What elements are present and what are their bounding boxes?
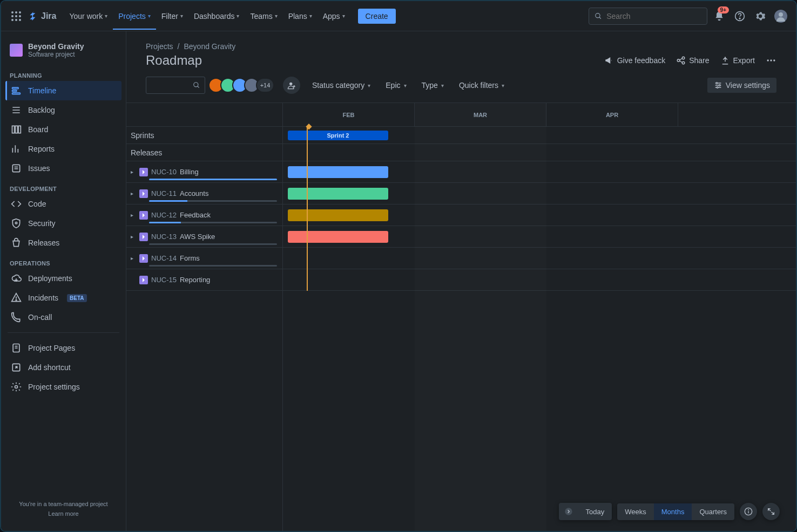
epic-row[interactable]: ▸NUC-11Accounts: [126, 183, 282, 204]
sidebar-item-board[interactable]: Board: [5, 120, 121, 139]
breadcrumb-item[interactable]: Beyond Gravity: [184, 42, 235, 51]
jira-logo[interactable]: Jira: [28, 11, 56, 22]
issues-icon: [11, 163, 22, 174]
profile-avatar[interactable]: [772, 8, 789, 25]
svg-line-39: [680, 61, 683, 63]
epic-bar[interactable]: [288, 209, 388, 221]
svg-rect-17: [12, 93, 21, 94]
months-button[interactable]: Months: [654, 503, 692, 520]
svg-point-9: [596, 13, 600, 17]
assignee-avatars[interactable]: +14: [212, 78, 274, 93]
epic-icon: [139, 276, 148, 284]
sidebar-item-add-shortcut[interactable]: Add shortcut: [5, 358, 121, 377]
export-icon: [720, 56, 730, 65]
expand-icon[interactable]: ▸: [131, 234, 139, 240]
expand-icon[interactable]: ▸: [131, 169, 139, 175]
today-button[interactable]: Today: [578, 503, 612, 520]
quarters-button[interactable]: Quarters: [692, 503, 734, 520]
backlog-icon: [11, 105, 22, 115]
avatar-overflow[interactable]: +14: [256, 78, 274, 93]
svg-point-34: [15, 386, 18, 388]
epic-title: Billing: [180, 168, 199, 176]
epic-bar[interactable]: [288, 188, 388, 200]
add-person-button[interactable]: [283, 77, 300, 94]
svg-point-37: [682, 62, 685, 64]
svg-rect-23: [18, 126, 21, 133]
nav-filter[interactable]: Filter ▾: [156, 9, 188, 24]
epic-key: NUC-13: [151, 233, 177, 241]
epic-icon: [139, 254, 148, 263]
sidebar-item-project-pages[interactable]: Project Pages: [5, 338, 121, 358]
notification-badge: 9+: [718, 6, 729, 13]
export-button[interactable]: Export: [720, 56, 755, 65]
svg-point-50: [719, 85, 720, 86]
timeline-controls: Today Weeks Months Quarters: [559, 503, 780, 520]
app-switcher-icon[interactable]: [8, 8, 25, 25]
view-settings-button[interactable]: View settings: [707, 78, 776, 93]
sidebar-item-project-settings[interactable]: Project settings: [5, 377, 121, 397]
sidebar-item-reports[interactable]: Reports: [5, 139, 121, 159]
sidebar-item-incidents[interactable]: IncidentsBETA: [5, 288, 121, 308]
filter-epic[interactable]: Epic ▾: [380, 78, 411, 93]
more-actions-icon[interactable]: [766, 55, 776, 66]
sidebar-item-backlog[interactable]: Backlog: [5, 100, 121, 120]
filter-type[interactable]: Type ▾: [416, 78, 449, 93]
epic-row[interactable]: ▸NUC-14Forms: [126, 248, 282, 269]
section-label: DEVELOPMENT: [5, 178, 121, 194]
fullscreen-button[interactable]: [762, 503, 780, 520]
share-button[interactable]: Share: [676, 56, 709, 65]
sidebar-item-releases[interactable]: Releases: [5, 233, 121, 253]
nav-teams[interactable]: Teams ▾: [245, 9, 282, 24]
sidebar-item-issues[interactable]: Issues: [5, 159, 121, 178]
filter-status-category[interactable]: Status category ▾: [307, 78, 376, 93]
sidebar-item-on-call[interactable]: On-call: [5, 308, 121, 327]
sidebar-item-deployments[interactable]: Deployments: [5, 269, 121, 288]
svg-point-52: [565, 508, 572, 515]
epic-bar[interactable]: [288, 166, 388, 178]
expand-icon: [767, 507, 775, 516]
nav-apps[interactable]: Apps ▾: [318, 9, 350, 24]
svg-point-27: [15, 222, 17, 224]
create-button[interactable]: Create: [358, 9, 396, 24]
nav-your-work[interactable]: Your work ▾: [64, 9, 113, 24]
epic-bar[interactable]: [288, 231, 388, 243]
sidebar-item-code[interactable]: Code: [5, 194, 121, 214]
notifications-icon[interactable]: 9+: [711, 8, 728, 25]
filter-quick-filters[interactable]: Quick filters ▾: [454, 78, 510, 93]
sprints-row-label: Sprints: [131, 131, 154, 140]
scroll-right-button[interactable]: [559, 503, 578, 520]
global-search[interactable]: [589, 8, 707, 25]
epic-row[interactable]: ▸NUC-10Billing: [126, 161, 282, 183]
code-icon: [11, 199, 22, 209]
give-feedback-button[interactable]: Give feedback: [604, 56, 666, 65]
epic-icon: [139, 233, 148, 241]
nav-dashboards[interactable]: Dashboards ▾: [188, 9, 245, 24]
nav-projects[interactable]: Projects ▾: [113, 9, 156, 24]
sidebar-item-security[interactable]: Security: [5, 214, 121, 233]
help-icon[interactable]: [731, 8, 748, 25]
search-input[interactable]: [606, 12, 701, 21]
epic-icon: [139, 189, 148, 198]
svg-point-14: [779, 12, 783, 17]
info-button[interactable]: [740, 503, 757, 520]
svg-point-6: [11, 19, 13, 21]
epic-row[interactable]: ▸NUC-12Feedback: [126, 204, 282, 226]
expand-icon[interactable]: ▸: [131, 190, 139, 196]
epic-row[interactable]: NUC-15Reporting: [126, 269, 282, 291]
roadmap-search[interactable]: [146, 77, 205, 94]
svg-point-0: [11, 11, 13, 13]
nav-plans[interactable]: Plans ▾: [283, 9, 318, 24]
breadcrumb-item[interactable]: Projects: [146, 42, 173, 51]
expand-icon[interactable]: ▸: [131, 255, 139, 261]
learn-more-link[interactable]: Learn more: [11, 510, 116, 517]
epic-row[interactable]: ▸NUC-13AWS Spike: [126, 226, 282, 248]
sprint-bar[interactable]: Sprint 2: [288, 131, 388, 140]
expand-icon[interactable]: ▸: [131, 212, 139, 218]
sidebar-item-timeline[interactable]: Timeline: [5, 81, 121, 100]
svg-point-12: [739, 18, 740, 19]
weeks-button[interactable]: Weeks: [617, 503, 654, 520]
settings-icon[interactable]: [752, 8, 769, 25]
svg-point-43: [194, 83, 198, 87]
svg-point-35: [677, 59, 680, 62]
project-header[interactable]: Beyond Gravity Software project: [5, 40, 121, 65]
